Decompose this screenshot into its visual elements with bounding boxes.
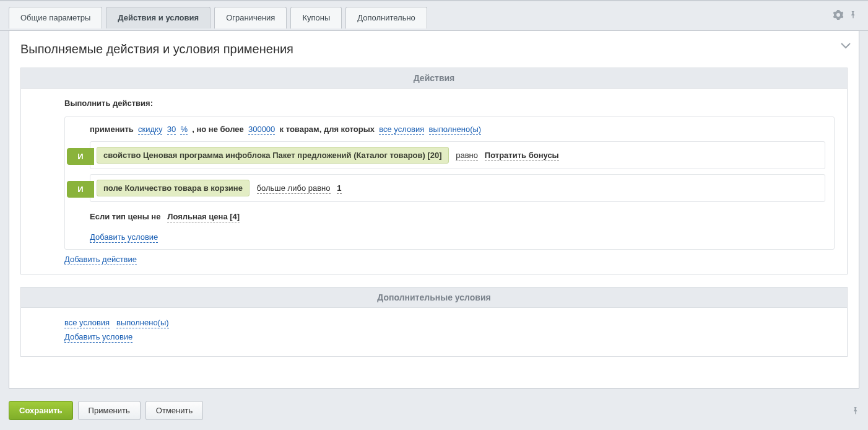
- tabs: Общие параметры Действия и условия Огран…: [9, 6, 427, 28]
- but-not-more-text: , но не более: [192, 125, 244, 134]
- tab-limits[interactable]: Ограничения: [214, 7, 287, 29]
- extra-all-conditions[interactable]: все условия: [64, 318, 110, 328]
- cond3-prefix: Если тип цены не: [90, 212, 160, 221]
- all-conditions-token[interactable]: все условия: [379, 125, 424, 135]
- add-action-link[interactable]: Добавить действие: [64, 255, 137, 265]
- page-title: Выполняемые действия и условия применени…: [20, 42, 848, 56]
- condition-row-1: И свойство Ценовая программа инфоблока П…: [90, 141, 825, 169]
- fulfilled-token[interactable]: выполнено(ы): [429, 125, 482, 135]
- add-condition-link[interactable]: Добавить условие: [90, 232, 158, 243]
- footer-bar: Сохранить Применить Отменить: [9, 395, 859, 428]
- actions-box: применить скидку 30 % , но не более 3000…: [64, 116, 835, 250]
- run-actions-label: Выполнить действия:: [64, 99, 835, 108]
- action-line: применить скидку 30 % , но не более 3000…: [90, 125, 825, 134]
- pin-icon[interactable]: [849, 10, 859, 20]
- panel: Выполняемые действия и условия применени…: [9, 31, 859, 388]
- tab-extra[interactable]: Дополнительно: [345, 7, 427, 29]
- cond1-field-chip[interactable]: свойство Ценовая программа инфоблока Пак…: [97, 147, 449, 164]
- max-value[interactable]: 300000: [248, 125, 275, 135]
- collapse-icon[interactable]: [841, 43, 851, 49]
- discount-unit[interactable]: %: [180, 125, 188, 135]
- cancel-button[interactable]: Отменить: [145, 401, 203, 420]
- tab-general[interactable]: Общие параметры: [9, 7, 102, 29]
- tabs-row: Общие параметры Действия и условия Огран…: [0, 1, 868, 31]
- section-actions-header: Действия: [21, 68, 847, 89]
- apply-text: применить: [90, 125, 134, 134]
- footer-pin-icon[interactable]: [852, 406, 859, 416]
- section-actions: Действия Выполнить действия: применить с…: [20, 68, 848, 274]
- section-extra-conditions: Дополнительные условия все условия выпол…: [20, 287, 848, 357]
- add-condition-inner[interactable]: Добавить условие: [90, 232, 825, 242]
- cond1-value[interactable]: Потратить бонусы: [485, 151, 559, 161]
- tab-coupons[interactable]: Купоны: [290, 7, 342, 29]
- cond3-value[interactable]: Лояльная цена [4]: [167, 212, 240, 222]
- condition-row-3: Если тип цены не Лояльная цена [4]: [90, 207, 825, 226]
- tab-actions[interactable]: Действия и условия: [106, 7, 210, 29]
- and-badge: И: [67, 148, 94, 165]
- to-products-text: к товарам, для которых: [280, 125, 375, 134]
- cond2-operator[interactable]: больше либо равно: [257, 183, 331, 194]
- section-extra-header: Дополнительные условия: [21, 287, 847, 308]
- extra-fulfilled[interactable]: выполнено(ы): [116, 318, 169, 328]
- discount-value[interactable]: 30: [167, 125, 176, 135]
- extra-add-condition-link[interactable]: Добавить условие: [64, 332, 132, 343]
- discount-type[interactable]: скидку: [138, 125, 162, 135]
- add-action-outer[interactable]: Добавить действие: [64, 255, 835, 264]
- save-button[interactable]: Сохранить: [9, 401, 73, 420]
- cond1-operator[interactable]: равно: [456, 151, 478, 161]
- condition-row-2: И поле Количество товара в корзине больш…: [90, 174, 825, 202]
- apply-button[interactable]: Применить: [78, 401, 141, 420]
- cond2-value[interactable]: 1: [337, 183, 341, 194]
- gear-icon[interactable]: [833, 10, 843, 20]
- extra-add-condition-wrap: Добавить условие: [64, 332, 835, 341]
- and-badge: И: [67, 181, 94, 198]
- extra-conditions-line: все условия выполнено(ы): [64, 318, 835, 327]
- cond2-field-chip[interactable]: поле Количество товара в корзине: [97, 180, 250, 196]
